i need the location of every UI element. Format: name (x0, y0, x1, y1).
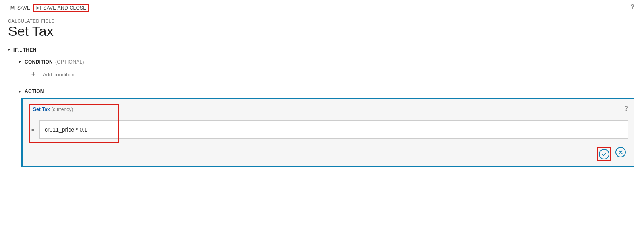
confirm-highlight (597, 147, 611, 161)
svg-rect-2 (11, 8, 14, 10)
condition-optional: (OPTIONAL) (55, 59, 84, 65)
plus-icon: + (31, 70, 36, 79)
confirm-button[interactable] (599, 149, 609, 159)
x-icon (618, 149, 623, 155)
condition-header[interactable]: CONDITION (OPTIONAL) (19, 55, 644, 67)
action-header[interactable]: ACTION (19, 85, 644, 97)
help-icon[interactable]: ? (624, 105, 628, 112)
add-condition-button[interactable]: + Add condition (19, 67, 644, 85)
caret-icon (8, 49, 10, 51)
save-close-icon (35, 5, 41, 11)
caret-icon (19, 91, 21, 93)
action-field-label: Set Tax (currency) (29, 104, 628, 120)
cancel-button[interactable] (615, 147, 626, 157)
formula-input[interactable] (39, 120, 628, 139)
caret-icon (19, 61, 21, 63)
ifthen-label: IF…THEN (13, 47, 36, 53)
action-label: ACTION (25, 89, 44, 94)
page-title: Set Tax (0, 23, 644, 43)
check-icon (601, 151, 607, 157)
svg-rect-1 (11, 6, 13, 7)
action-panel: ? Set Tax (currency) = (21, 98, 634, 167)
condition-label: CONDITION (25, 59, 53, 65)
save-and-close-button[interactable]: SAVE AND CLOSE (33, 4, 89, 12)
save-label: SAVE (17, 5, 30, 11)
page-subtitle: CALCULATED FIELD (0, 13, 644, 23)
add-condition-label: Add condition (43, 72, 75, 78)
save-icon (10, 5, 15, 11)
equals-icon: = (31, 127, 35, 133)
save-button[interactable]: SAVE (7, 4, 33, 12)
ifthen-header[interactable]: IF…THEN (8, 43, 644, 55)
help-icon[interactable]: ? (630, 4, 634, 11)
save-close-label: SAVE AND CLOSE (43, 5, 86, 11)
action-set-label: Set Tax (33, 107, 50, 112)
toolbar: SAVE SAVE AND CLOSE ? (0, 0, 644, 13)
action-set-type: (currency) (51, 107, 73, 112)
